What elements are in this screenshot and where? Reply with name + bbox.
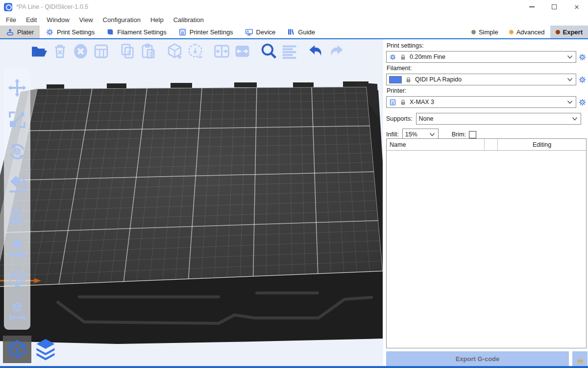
printer-combo[interactable]: X-MAX 3: [386, 96, 576, 108]
delete-icon[interactable]: [51, 42, 69, 60]
column-header-name: Name: [387, 141, 484, 148]
gear-icon: [46, 28, 54, 36]
redo-icon[interactable]: [327, 42, 345, 60]
supports-icon[interactable]: [7, 237, 27, 258]
editor-3d-view-button[interactable]: [3, 336, 31, 363]
supports-label: Supports:: [386, 115, 413, 122]
mode-simple[interactable]: Simple: [466, 26, 504, 38]
tab-guide[interactable]: Guide: [281, 26, 321, 38]
gear-icon: [578, 76, 587, 84]
export-gcode-button[interactable]: Export G-code: [386, 351, 569, 366]
minimize-icon: [529, 6, 535, 7]
tab-device[interactable]: Device: [239, 26, 282, 38]
filament-value: QIDI PLA Rapido: [415, 76, 462, 83]
advanced-mode-dot-icon: [509, 30, 514, 34]
filament-gear-button[interactable]: [576, 74, 588, 85]
preview-layers-button[interactable]: [31, 336, 60, 363]
mode-advanced[interactable]: Advanced: [504, 26, 550, 38]
infill-label: Infill:: [386, 131, 399, 138]
menu-view[interactable]: View: [74, 16, 98, 24]
chevron-down-icon: [429, 132, 435, 137]
plater-icon: [6, 28, 14, 36]
settings-panel: Print settings: 0.20mm Fine: [383, 39, 588, 366]
lock-icon: [400, 99, 406, 105]
print-settings-combo[interactable]: 0.20mm Fine: [386, 51, 576, 63]
measure-icon[interactable]: [7, 301, 27, 321]
lock-icon: [405, 77, 412, 83]
copy-icon[interactable]: [119, 42, 137, 60]
open-icon[interactable]: [30, 42, 49, 60]
supports-combo[interactable]: None: [416, 113, 581, 125]
sd-card-icon: [577, 359, 584, 364]
printer-icon: [389, 99, 396, 106]
filament-combo[interactable]: QIDI PLA Rapido: [386, 74, 576, 85]
menu-configuration[interactable]: Configuration: [98, 16, 146, 24]
export-row: Export G-code: [386, 351, 588, 366]
menu-edit[interactable]: Edit: [21, 16, 42, 24]
variable-layer-height-icon[interactable]: [280, 42, 298, 60]
export-to-sd-button[interactable]: [572, 351, 588, 366]
undo-icon[interactable]: [307, 42, 325, 60]
cut-icon[interactable]: [7, 205, 27, 226]
gear-icon: [389, 53, 396, 61]
view-mode-buttons: [3, 336, 60, 363]
add-instance-icon[interactable]: [166, 42, 184, 60]
seam-icon[interactable]: [7, 269, 27, 289]
arrange-icon[interactable]: [92, 42, 110, 60]
objects-list: Name Editing: [386, 138, 587, 348]
menu-window[interactable]: Window: [42, 16, 74, 24]
gear-icon: [578, 98, 587, 106]
menu-file[interactable]: File: [1, 16, 21, 24]
close-icon: ×: [574, 3, 579, 11]
rotate-icon[interactable]: [7, 141, 27, 162]
menu-calibration[interactable]: Calibration: [169, 16, 209, 24]
menu-bar: File Edit Window View Configuration Help…: [0, 14, 588, 26]
print-settings-gear-button[interactable]: [576, 51, 588, 63]
move-icon[interactable]: [7, 78, 27, 98]
print-settings-label: Print settings:: [387, 42, 588, 50]
tab-bar: Plater Print Settings Filament Settings …: [0, 26, 588, 39]
printer-value: X-MAX 3: [410, 99, 434, 105]
tab-printer-settings[interactable]: Printer Settings: [172, 26, 239, 38]
tab-print-settings[interactable]: Print Settings: [40, 26, 100, 38]
minimize-button[interactable]: [520, 0, 543, 14]
flatten-icon[interactable]: [7, 173, 27, 194]
tab-filament-settings[interactable]: Filament Settings: [100, 26, 172, 38]
simple-mode-dot-icon: [471, 30, 476, 34]
column-header-blank: [484, 139, 498, 150]
expert-mode-dot-icon: [556, 30, 560, 34]
printer-icon: [178, 28, 187, 36]
print-settings-value: 0.20mm Fine: [410, 53, 445, 60]
editor-3d-cube-icon: [7, 339, 27, 360]
chevron-down-icon: [567, 77, 573, 82]
search-icon[interactable]: [260, 42, 278, 60]
brim-label: Brim:: [452, 131, 466, 138]
column-header-editing: Editing: [498, 141, 586, 148]
paste-icon[interactable]: [139, 42, 157, 60]
main-area: Print settings: 0.20mm Fine: [0, 39, 588, 366]
title-bar: *PA Line - QIDISlicer-1.0.5 ×: [0, 0, 588, 14]
window-bottom-border: [0, 366, 588, 368]
mode-expert[interactable]: Expert: [550, 26, 588, 38]
window-title: *PA Line - QIDISlicer-1.0.5: [16, 3, 88, 10]
brim-checkbox[interactable]: [469, 131, 476, 138]
split-parts-icon[interactable]: [233, 42, 251, 60]
close-button[interactable]: ×: [565, 0, 588, 14]
delete-all-icon[interactable]: [72, 42, 90, 60]
menu-help[interactable]: Help: [146, 16, 169, 24]
remove-instance-icon[interactable]: [186, 42, 204, 60]
split-objects-icon[interactable]: [213, 42, 231, 60]
guide-icon: [287, 28, 295, 36]
printer-gear-button[interactable]: [576, 96, 588, 108]
tab-plater[interactable]: Plater: [0, 26, 40, 38]
maximize-button[interactable]: [543, 0, 565, 14]
print-bed-surface: [0, 87, 383, 287]
scale-icon[interactable]: [7, 109, 27, 130]
viewport-3d[interactable]: [0, 39, 383, 366]
device-icon: [245, 28, 253, 36]
main-toolbar: [30, 42, 354, 60]
window-controls: ×: [520, 0, 588, 14]
objects-list-header: Name Editing: [387, 139, 586, 151]
supports-value: None: [419, 115, 434, 122]
print-bed-scene: [0, 39, 383, 366]
